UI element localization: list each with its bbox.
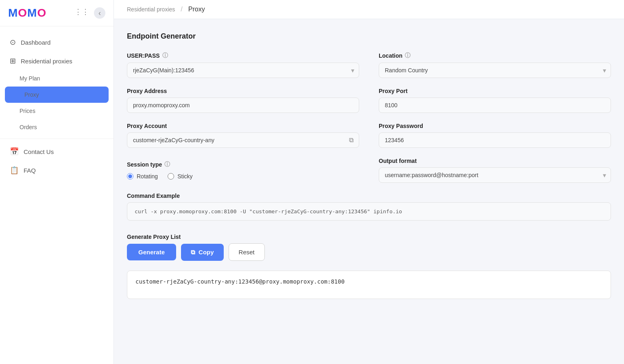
location-select-wrap: Random Country ▾ <box>379 63 611 78</box>
session-type-help-icon[interactable]: ⓘ <box>164 161 170 168</box>
grid-icon[interactable]: ⋮⋮ <box>74 7 89 19</box>
proxy-port-group: Proxy Port <box>379 88 611 113</box>
proxy-address-input[interactable] <box>127 98 359 113</box>
location-group: Location ⓘ Random Country ▾ <box>379 52 611 78</box>
user-pass-select[interactable]: rjeZaCyG(Main):123456 <box>127 63 359 78</box>
generate-button[interactable]: Generate <box>127 244 176 260</box>
sidebar-item-label: Orders <box>20 124 37 130</box>
topbar: Residential proxies / Proxy <box>114 0 624 19</box>
sidebar-item-prices[interactable]: Prices <box>0 103 113 119</box>
proxy-port-label: Proxy Port <box>379 88 611 94</box>
sidebar-item-contact-us[interactable]: 📅 Contact Us <box>0 142 113 161</box>
copy-icon: ⧉ <box>191 249 195 256</box>
main-area: Residential proxies / Proxy Endpoint Gen… <box>114 0 624 364</box>
session-type-group: Session type ⓘ Rotating Sticky <box>127 161 359 183</box>
logo: MOMO <box>8 6 46 20</box>
dashboard-icon: ⊙ <box>10 38 16 47</box>
proxy-password-group: Proxy Password <box>379 123 611 148</box>
breadcrumb-current: Proxy <box>188 6 205 13</box>
output-format-select-wrap: username:password@hostname:port ▾ <box>379 167 611 183</box>
sticky-radio-label[interactable]: Sticky <box>168 173 192 180</box>
faq-icon: 📋 <box>10 166 19 175</box>
content-area: Endpoint Generator USER:PASS ⓘ rjeZaCyG(… <box>114 19 624 364</box>
breadcrumb-parent[interactable]: Residential proxies <box>127 6 175 13</box>
sidebar-item-orders[interactable]: Orders <box>0 119 113 135</box>
section-title: Endpoint Generator <box>127 32 611 41</box>
proxy-list-result: customer-rjeZaCyG-country-any:123456@pro… <box>127 271 611 299</box>
command-example-group: Command Example curl -x proxy.momoproxy.… <box>127 193 611 221</box>
sidebar-item-label: Dashboard <box>21 39 50 46</box>
generate-buttons-row: Generate ⧉ Copy Reset <box>127 243 611 261</box>
user-pass-select-wrap: rjeZaCyG(Main):123456 ▾ <box>127 63 359 78</box>
sidebar-item-label: FAQ <box>24 167 36 174</box>
location-label: Location ⓘ <box>379 52 611 59</box>
proxy-account-copy-button[interactable]: ⧉ <box>347 135 355 145</box>
generate-proxy-list-label: Generate Proxy List <box>127 234 611 240</box>
session-type-label: Session type ⓘ <box>127 161 359 168</box>
sidebar-nav: ⊙ Dashboard ⊞ Residential proxies My Pla… <box>0 26 113 364</box>
endpoint-form: USER:PASS ⓘ rjeZaCyG(Main):123456 ▾ Loca… <box>127 52 611 299</box>
sidebar-item-my-plan[interactable]: My Plan <box>0 70 113 87</box>
sticky-label: Sticky <box>177 173 192 180</box>
rotating-label: Rotating <box>137 173 158 180</box>
contact-icon: 📅 <box>10 147 19 156</box>
copy-button[interactable]: ⧉ Copy <box>181 244 224 261</box>
proxy-account-label: Proxy Account <box>127 123 359 129</box>
logo-area: MOMO ⋮⋮ ‹ <box>0 0 113 26</box>
sidebar-item-label: Contact Us <box>24 148 54 155</box>
command-example-label: Command Example <box>127 193 611 199</box>
rotating-radio[interactable] <box>127 173 133 180</box>
output-format-group: Output format username:password@hostname… <box>379 158 611 183</box>
proxy-account-input[interactable] <box>127 132 359 148</box>
residential-icon: ⊞ <box>10 56 16 65</box>
rotating-radio-label[interactable]: Rotating <box>127 173 158 180</box>
proxy-account-input-wrap: ⧉ <box>127 132 359 148</box>
copy-label: Copy <box>199 249 214 256</box>
sidebar-item-label: Residential proxies <box>21 58 72 65</box>
user-pass-help-icon[interactable]: ⓘ <box>162 52 168 59</box>
proxy-address-label: Proxy Address <box>127 88 359 94</box>
proxy-address-group: Proxy Address <box>127 88 359 113</box>
location-help-icon[interactable]: ⓘ <box>405 52 410 59</box>
proxy-account-group: Proxy Account ⧉ <box>127 123 359 148</box>
proxy-port-input[interactable] <box>379 98 611 113</box>
session-type-radio-group: Rotating Sticky <box>127 173 359 180</box>
breadcrumb-separator: / <box>181 6 182 13</box>
command-example-box: curl -x proxy.momoproxy.com:8100 -U "cus… <box>127 202 611 221</box>
proxy-password-label: Proxy Password <box>379 123 611 129</box>
sticky-radio[interactable] <box>168 173 174 180</box>
sidebar-item-faq[interactable]: 📋 FAQ <box>0 161 113 180</box>
location-select[interactable]: Random Country <box>379 63 611 78</box>
sidebar-item-label: My Plan <box>20 75 40 82</box>
collapse-icon[interactable]: ‹ <box>94 7 105 19</box>
sidebar-item-proxy[interactable]: Proxy <box>5 87 109 103</box>
reset-button[interactable]: Reset <box>229 243 265 261</box>
output-format-label: Output format <box>379 158 611 164</box>
sidebar-item-label: Prices <box>20 108 35 114</box>
sidebar-item-residential-proxies[interactable]: ⊞ Residential proxies <box>0 52 113 70</box>
user-pass-label: USER:PASS ⓘ <box>127 52 359 59</box>
output-format-select[interactable]: username:password@hostname:port <box>379 167 611 183</box>
sidebar-item-dashboard[interactable]: ⊙ Dashboard <box>0 33 113 52</box>
sidebar: MOMO ⋮⋮ ‹ ⊙ Dashboard ⊞ Residential prox… <box>0 0 114 364</box>
proxy-password-input[interactable] <box>379 132 611 148</box>
user-pass-group: USER:PASS ⓘ rjeZaCyG(Main):123456 ▾ <box>127 52 359 78</box>
sidebar-item-label: Proxy <box>24 91 39 98</box>
generate-proxy-list-group: Generate Proxy List Generate ⧉ Copy Rese… <box>127 234 611 299</box>
